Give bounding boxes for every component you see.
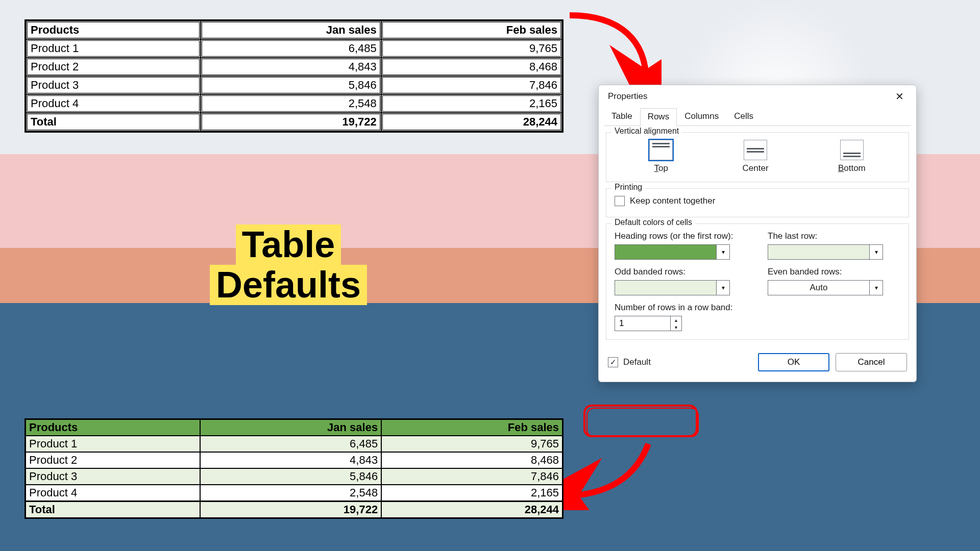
last-row-swatch[interactable] (768, 244, 870, 260)
checkbox-icon (615, 196, 625, 206)
group-legend: Default colors of cells (611, 218, 695, 227)
row-band-label: Number of rows in a row band: (615, 303, 900, 313)
tab-table[interactable]: Table (604, 108, 640, 126)
valign-center-option[interactable]: Center (743, 140, 769, 173)
dialog-tabs: Table Rows Columns Cells (604, 108, 911, 126)
keep-content-together-checkbox[interactable]: Keep content together (615, 196, 715, 206)
chevron-down-icon[interactable]: ▾ (717, 244, 730, 260)
tab-cells[interactable]: Cells (726, 108, 761, 126)
table-row: Total19,72228,244 (26, 501, 562, 518)
title-line-2: Defaults (210, 265, 367, 305)
valign-center-icon (744, 140, 767, 160)
keep-content-label: Keep content together (630, 196, 715, 206)
svg-rect-1 (587, 408, 698, 437)
row-band-input[interactable] (615, 316, 671, 331)
odd-rows-color: Odd banded rows: ▾ (615, 267, 747, 295)
heading-row-swatch[interactable] (615, 244, 717, 260)
table-row: Products Jan sales Feb sales (26, 21, 562, 39)
sample-table-styled: Products Jan sales Feb sales Product 16,… (24, 418, 564, 519)
row-band-count: Number of rows in a row band: ▴▾ (615, 303, 900, 331)
valign-bottom-label: Bottom (838, 163, 866, 173)
ok-button[interactable]: OK (758, 353, 829, 371)
table-row: Product 24,8438,468 (26, 58, 562, 76)
table-row: Product 24,8438,468 (26, 452, 562, 468)
chevron-down-icon[interactable]: ▾ (671, 323, 681, 331)
valign-top-label: Top (654, 163, 668, 173)
valign-bottom-icon (840, 140, 864, 160)
group-printing: Printing Keep content together (606, 188, 909, 217)
even-rows-label: Even banded rows: (768, 267, 900, 277)
group-legend: Printing (611, 183, 645, 192)
table-row: Product 35,8467,846 (26, 468, 562, 485)
chevron-up-icon[interactable]: ▴ (671, 316, 681, 323)
cancel-button[interactable]: Cancel (836, 353, 907, 371)
slide-title: Table Defaults (210, 224, 367, 305)
odd-rows-label: Odd banded rows: (615, 267, 747, 277)
group-default-colors: Default colors of cells Heading rows (or… (606, 223, 909, 340)
checkbox-icon: ✓ (608, 357, 618, 367)
chevron-down-icon[interactable]: ▾ (717, 280, 730, 295)
group-legend: Vertical alignment (611, 127, 682, 136)
last-row-label: The last row: (768, 231, 900, 241)
table-row: Product 42,5482,165 (26, 485, 562, 501)
properties-dialog: Properties ✕ Table Rows Columns Cells Ve… (598, 85, 917, 382)
heading-row-label: Heading rows (or the first row): (615, 231, 747, 241)
table-row: Product 35,8467,846 (26, 76, 562, 94)
valign-bottom-option[interactable]: Bottom (838, 140, 866, 173)
table-row: Product 42,5482,165 (26, 94, 562, 113)
title-line-1: Table (236, 224, 341, 265)
group-vertical-alignment: Vertical alignment Top Center Bottom (606, 132, 909, 182)
tab-rows[interactable]: Rows (640, 108, 677, 126)
tab-columns[interactable]: Columns (677, 108, 726, 126)
close-icon[interactable]: ✕ (890, 88, 909, 105)
valign-top-option[interactable]: Top (649, 140, 673, 173)
table-row: Total19,72228,244 (26, 113, 562, 131)
col-header-feb: Feb sales (381, 21, 562, 39)
dialog-title: Properties (608, 91, 647, 102)
odd-rows-swatch[interactable] (615, 280, 717, 295)
chevron-down-icon[interactable]: ▾ (870, 244, 883, 260)
table-row: Product 16,4859,765 (26, 436, 562, 452)
last-row-color: The last row: ▾ (768, 231, 900, 260)
set-default-checkbox[interactable]: ✓ Default (608, 357, 651, 367)
default-label: Default (623, 357, 651, 367)
dialog-titlebar[interactable]: Properties ✕ (599, 85, 916, 108)
chevron-down-icon[interactable]: ▾ (870, 280, 883, 295)
sample-table-plain: Products Jan sales Feb sales Product 16,… (24, 19, 564, 133)
svg-rect-0 (584, 406, 697, 436)
heading-row-color: Heading rows (or the first row): ▾ (615, 231, 747, 260)
table-row: Products Jan sales Feb sales (26, 419, 562, 436)
col-header-products: Products (26, 21, 201, 39)
even-rows-auto[interactable]: Auto (768, 280, 870, 295)
valign-center-label: Center (743, 163, 769, 173)
spinner-arrows[interactable]: ▴▾ (671, 316, 682, 331)
table-row: Product 16,4859,765 (26, 39, 562, 58)
even-rows-color: Even banded rows: Auto ▾ (768, 267, 900, 295)
valign-top-icon (649, 140, 673, 160)
col-header-jan: Jan sales (201, 21, 381, 39)
